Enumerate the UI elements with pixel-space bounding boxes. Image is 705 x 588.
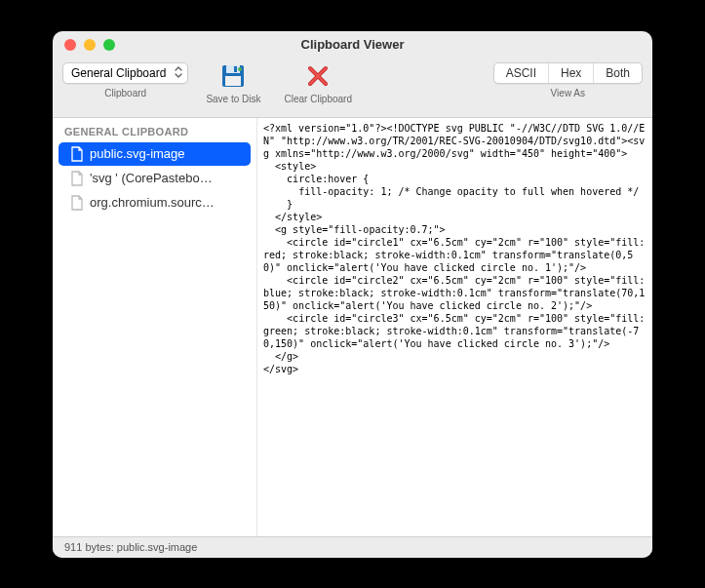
status-text: 911 bytes: public.svg-image	[64, 541, 197, 553]
document-icon	[70, 195, 84, 211]
view-as-segmented-control: ASCII Hex Both	[493, 62, 643, 84]
save-to-disk-button[interactable]: Save to Disk	[200, 62, 266, 104]
app-window: Clipboard Viewer General Clipboard Clipb…	[53, 31, 652, 558]
minimize-button[interactable]	[84, 39, 96, 51]
window-title: Clipboard Viewer	[53, 37, 652, 52]
dropdown-value: General Clipboard	[71, 66, 166, 80]
clear-clipboard-button[interactable]: Clear Clipboard	[279, 62, 358, 104]
toolbar: General Clipboard Clipboard Save to Disk	[53, 59, 652, 117]
sidebar-item-2[interactable]: org.chromium.sourc…	[59, 191, 251, 215]
view-as-group: ASCII Hex Both View As	[493, 62, 643, 98]
content-pane[interactable]: <?xml version="1.0"?><!DOCTYPE svg PUBLI…	[257, 118, 652, 536]
zoom-button[interactable]	[103, 39, 115, 51]
traffic-lights	[64, 39, 115, 51]
seg-both-button[interactable]: Both	[594, 63, 642, 83]
save-label: Save to Disk	[206, 94, 260, 104]
sidebar-item-1[interactable]: 'svg ' (CorePastebo…	[59, 167, 251, 190]
titlebar: Clipboard Viewer	[53, 31, 652, 59]
delete-x-icon	[302, 62, 333, 90]
sidebar-item-label: org.chromium.sourc…	[90, 195, 215, 210]
svg-point-4	[238, 67, 242, 71]
document-icon	[70, 146, 84, 162]
dropdown-group-label: Clipboard	[104, 88, 146, 98]
seg-hex-button[interactable]: Hex	[549, 63, 594, 83]
clipboard-dropdown-group: General Clipboard Clipboard	[62, 62, 188, 98]
floppy-disk-icon	[217, 62, 249, 90]
statusbar: 911 bytes: public.svg-image	[53, 536, 652, 558]
sidebar-header: GENERAL CLIPBOARD	[53, 122, 256, 141]
svg-rect-1	[226, 65, 240, 73]
sidebar-item-0[interactable]: public.svg-image	[59, 142, 251, 166]
document-icon	[70, 171, 84, 186]
svg-rect-3	[225, 76, 241, 86]
content-area: GENERAL CLIPBOARD public.svg-image'svg '…	[53, 117, 652, 536]
view-as-label: View As	[551, 88, 585, 98]
sidebar-item-label: 'svg ' (CorePastebo…	[90, 171, 213, 185]
sidebar-item-label: public.svg-image	[90, 146, 185, 161]
clear-label: Clear Clipboard	[285, 94, 352, 104]
svg-rect-2	[234, 66, 237, 72]
sidebar: GENERAL CLIPBOARD public.svg-image'svg '…	[53, 118, 257, 536]
clipboard-dropdown[interactable]: General Clipboard	[62, 62, 188, 84]
seg-ascii-button[interactable]: ASCII	[494, 63, 549, 83]
close-button[interactable]	[64, 39, 76, 51]
chevron-updown-icon	[175, 65, 182, 81]
